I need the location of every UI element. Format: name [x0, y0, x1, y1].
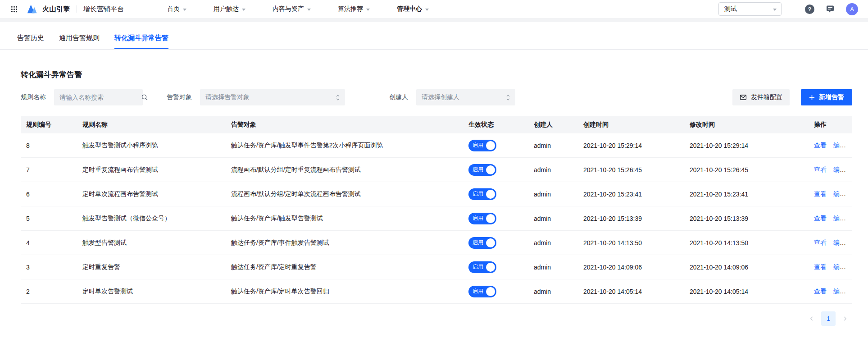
nav-item-algorithm[interactable]: 算法推荐: [338, 5, 370, 13]
next-page-icon[interactable]: [838, 311, 852, 326]
created-time: 2021-10-20 15:29:14: [583, 142, 690, 149]
status-toggle[interactable]: 启用: [468, 286, 496, 297]
toggle-knob: [486, 190, 495, 199]
edit-link[interactable]: 编辑: [833, 288, 846, 295]
row-actions: 查看 编辑: [814, 263, 852, 271]
alert-target: 触达任务/资产库/触发型告警测试: [231, 215, 468, 223]
alert-target: 流程画布/默认分组/定时单次流程画布告警测试: [231, 190, 468, 198]
filter-actions: 发件箱配置 新增告警: [732, 89, 852, 105]
status-cell: 启用: [468, 140, 534, 151]
table-row: 7 定时重复流程画布告警测试 流程画布/默认分组/定时重复流程画布告警测试 启用…: [21, 158, 852, 182]
modified-time: 2021-10-20 15:23:41: [690, 191, 814, 198]
creator: admin: [534, 264, 583, 271]
alert-target-select[interactable]: 请选择告警对象: [200, 89, 345, 105]
created-time: 2021-10-20 15:13:39: [583, 215, 690, 222]
modified-time: 2021-10-20 14:05:14: [690, 288, 814, 295]
row-actions: 查看 编辑: [814, 142, 852, 150]
nav-item-content-assets[interactable]: 内容与资产: [273, 5, 311, 13]
view-link[interactable]: 查看: [814, 142, 827, 149]
rule-id: 6: [26, 191, 82, 198]
rule-id: 2: [26, 288, 82, 295]
rule-name-search-input[interactable]: [59, 94, 141, 101]
filter-bar: 规则名称 告警对象 请选择告警对象 创建人 请选择创建人 发件箱配置: [21, 89, 852, 105]
creator: admin: [534, 191, 583, 198]
rule-id: 5: [26, 215, 82, 222]
status-toggle[interactable]: 启用: [468, 164, 496, 176]
creator: admin: [534, 288, 583, 295]
status-cell: 启用: [468, 213, 534, 224]
creator: admin: [534, 142, 583, 149]
rule-name: 定时单次告警测试: [82, 288, 231, 296]
envelope-icon: [740, 94, 747, 101]
status-toggle[interactable]: 启用: [468, 188, 496, 200]
edit-link[interactable]: 编辑: [833, 166, 846, 173]
nav-item-admin-center[interactable]: 管理中心: [397, 5, 429, 13]
edit-link[interactable]: 编辑: [833, 263, 846, 270]
alert-target: 触达任务/资产库/定时单次告警回归: [231, 288, 468, 296]
status-toggle[interactable]: 启用: [468, 213, 496, 224]
edit-link[interactable]: 编辑: [833, 239, 846, 246]
edit-link[interactable]: 编辑: [833, 190, 846, 197]
nav-right: 测试 ? A: [718, 2, 858, 16]
status-cell: 启用: [468, 188, 534, 200]
col-status: 生效状态: [468, 121, 534, 129]
creator: admin: [534, 239, 583, 247]
col-created-time: 创建时间: [583, 121, 690, 129]
search-icon[interactable]: [141, 94, 148, 101]
status-label: 启用: [473, 190, 483, 198]
select-arrows-icon: [505, 94, 511, 101]
add-alert-button[interactable]: 新增告警: [801, 89, 852, 105]
table-row: 4 触发型告警测试 触达任务/资产库/事件触发告警测试 启用 admin 202…: [21, 231, 852, 255]
toggle-knob: [486, 287, 495, 296]
view-link[interactable]: 查看: [814, 288, 827, 295]
outbox-config-button[interactable]: 发件箱配置: [732, 89, 790, 105]
status-toggle[interactable]: 启用: [468, 237, 496, 249]
created-time: 2021-10-20 14:05:14: [583, 288, 690, 295]
tab-general-alert-rules[interactable]: 通用告警规则: [59, 34, 100, 49]
plus-icon: [809, 95, 815, 100]
user-avatar[interactable]: A: [846, 3, 858, 15]
page-number-current[interactable]: 1: [821, 311, 836, 326]
prev-page-icon[interactable]: [804, 311, 819, 326]
table-header: 规则编号 规则名称 告警对象 生效状态 创建人 创建时间 修改时间 操作: [21, 116, 852, 133]
status-label: 启用: [473, 288, 483, 295]
nav-item-home[interactable]: 首页: [167, 5, 186, 13]
rule-name-search-field: [54, 89, 143, 105]
toggle-knob: [486, 214, 495, 223]
modified-time: 2021-10-20 15:13:39: [690, 215, 814, 222]
view-link[interactable]: 查看: [814, 190, 827, 197]
status-toggle[interactable]: 启用: [468, 140, 496, 151]
status-toggle[interactable]: 启用: [468, 261, 496, 273]
view-link[interactable]: 查看: [814, 215, 827, 222]
nav-item-user-reach[interactable]: 用户触达: [214, 5, 245, 13]
status-label: 启用: [473, 263, 483, 271]
row-actions: 查看 编辑: [814, 239, 852, 247]
app-grid-icon[interactable]: [11, 5, 18, 13]
pagination: 1: [21, 311, 852, 326]
rule-name: 定时重复流程画布告警测试: [82, 166, 231, 174]
status-label: 启用: [473, 142, 483, 149]
rule-name: 触发型告警测试（微信公众号）: [82, 215, 231, 223]
table-row: 6 定时单次流程画布告警测试 流程画布/默认分组/定时单次流程画布告警测试 启用…: [21, 182, 852, 206]
view-link[interactable]: 查看: [814, 239, 827, 246]
view-link[interactable]: 查看: [814, 263, 827, 270]
view-link[interactable]: 查看: [814, 166, 827, 173]
feedback-icon[interactable]: [826, 5, 835, 14]
top-nav: 火山引擎 增长营销平台 首页 用户触达 内容与资产 算法推荐 管理中心 测试 ?…: [0, 0, 868, 18]
workspace-select[interactable]: 测试: [718, 2, 782, 16]
help-icon[interactable]: ?: [805, 5, 814, 14]
tab-alert-history[interactable]: 告警历史: [17, 34, 44, 49]
tab-funnel-anomaly-alerts[interactable]: 转化漏斗异常告警: [114, 34, 168, 49]
alert-target: 触达任务/资产库/触发型事件告警第2次小程序页面浏览: [231, 142, 468, 150]
status-cell: 启用: [468, 237, 534, 249]
edit-link[interactable]: 编辑: [833, 215, 846, 222]
status-cell: 启用: [468, 286, 534, 297]
edit-link[interactable]: 编辑: [833, 142, 846, 149]
table-row: 3 定时重复告警 触达任务/资产库/定时重复告警 启用 admin 2021-1…: [21, 255, 852, 279]
chevron-down-icon: [366, 9, 370, 11]
alert-target: 触达任务/资产库/事件触发告警测试: [231, 239, 468, 247]
nav-menus: 首页 用户触达 内容与资产 算法推荐 管理中心: [167, 5, 456, 13]
rule-name: 定时单次流程画布告警测试: [82, 190, 231, 198]
creator-select[interactable]: 请选择创建人: [416, 89, 515, 105]
alert-target: 触达任务/资产库/定时重复告警: [231, 263, 468, 271]
